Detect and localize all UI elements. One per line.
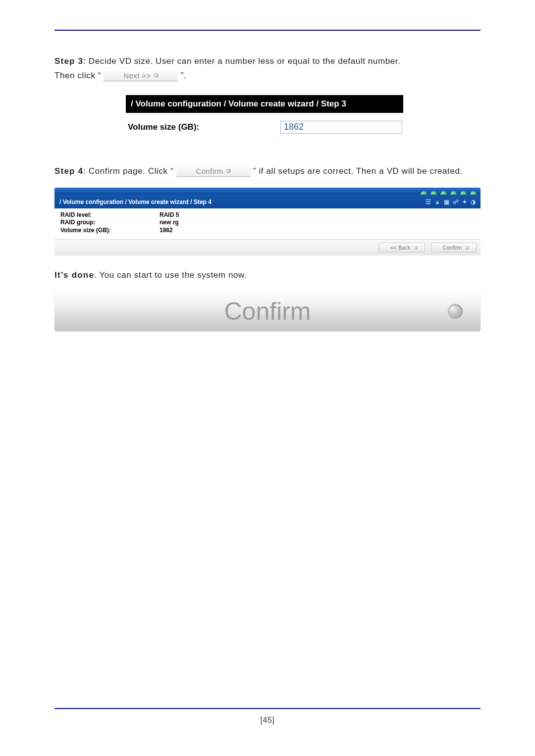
confirm-inline-dot-icon — [226, 169, 231, 173]
volume-size-label: Volume size (GB): — [127, 122, 280, 132]
kv-raid-group-label: RAID group: — [60, 219, 160, 227]
step3-label: Step 3 — [54, 56, 83, 66]
panel-step4-breadcrumb: / Volume configuration / Volume create w… — [59, 199, 212, 205]
next-button-dot-icon — [154, 73, 159, 78]
done-paragraph: It’s done. You can start to use the syst… — [54, 268, 481, 283]
next-button-label: Next >> — [123, 71, 151, 80]
confirm-button-dot-icon — [466, 246, 469, 250]
big-confirm-bar[interactable]: Confirm — [54, 292, 481, 331]
confirm-button-label: Confirm — [442, 245, 462, 251]
step3-paragraph: Step 3: Decide VD size. User can enter a… — [54, 54, 481, 83]
top-rule — [54, 30, 481, 31]
confirm-inline-button-label: Confirm — [196, 167, 223, 175]
done-rest: . You can start to use the system now. — [94, 270, 247, 280]
panel-step3: / Volume configuration / Volume create w… — [126, 95, 403, 142]
kv-volume-size-label: Volume size (GB): — [60, 227, 160, 235]
kv-raid-group-value: new rg — [160, 219, 179, 227]
step3-then-click-b: ”. — [181, 71, 187, 80]
step3-desc: : Decide VD size. User can enter a numbe… — [83, 56, 400, 66]
next-button[interactable]: Next >> — [104, 70, 178, 81]
big-confirm-dot-icon — [448, 304, 463, 319]
big-confirm-label: Confirm — [224, 297, 311, 326]
kv-volume-size-value: 1862 — [160, 227, 173, 235]
step4-desc-b: ” if all setups are correct. Then a VD w… — [253, 166, 463, 176]
step4-paragraph: Step 4: Confirm page. Click “ Confirm ” … — [54, 164, 481, 179]
kv-raid-level-label: RAID level: — [60, 211, 160, 219]
kv-raid-level-value: RAID 5 — [160, 211, 179, 219]
toolbar-sparkle-icon[interactable]: ✦ — [462, 199, 467, 205]
page-number: [45] — [54, 716, 481, 725]
step4-desc-a: : Confirm page. Click “ — [83, 166, 173, 176]
confirm-inline-button[interactable]: Confirm — [176, 166, 251, 177]
volume-size-input[interactable] — [280, 121, 402, 134]
back-button-label: << Back — [390, 245, 410, 251]
panel-step3-breadcrumb: / Volume configuration / Volume create w… — [126, 95, 403, 113]
toolbar-person-icon[interactable]: ☍ — [453, 199, 459, 205]
toolbar-help-icon[interactable]: ◑ — [471, 199, 476, 205]
panel-step4: / Volume configuration / Volume create w… — [54, 188, 481, 256]
step4-label: Step 4 — [54, 166, 83, 176]
confirm-button[interactable]: Confirm — [431, 243, 477, 252]
toolbar-droplet-icon[interactable]: ▲ — [434, 199, 440, 205]
bottom-rule — [54, 708, 481, 709]
back-button-dot-icon — [414, 246, 418, 250]
done-strong: It’s done — [54, 270, 94, 280]
toolbar-save-icon[interactable]: ▣ — [444, 199, 449, 205]
back-button[interactable]: << Back — [379, 243, 425, 252]
toolbar-list-icon[interactable]: ☰ — [426, 199, 431, 205]
step3-then-click-a: Then click “ — [54, 71, 101, 80]
